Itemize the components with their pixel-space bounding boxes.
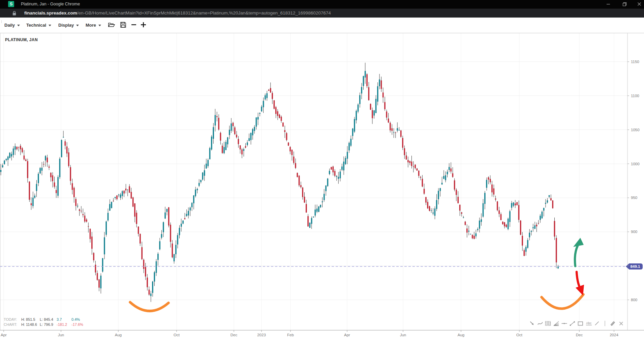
trend-line-icon[interactable] (569, 320, 576, 327)
save-chart-icon[interactable] (120, 22, 127, 29)
lock-icon (12, 11, 17, 17)
diagonal-line-icon[interactable] (593, 320, 600, 327)
svg-text:Aug: Aug (458, 333, 464, 337)
pointer-arrow-icon[interactable] (529, 320, 535, 327)
menu-display[interactable]: Display (58, 18, 79, 33)
svg-text:1050: 1050 (631, 128, 640, 132)
svg-text:Dec: Dec (231, 333, 238, 337)
svg-text:Jun: Jun (400, 333, 406, 337)
svg-text:Aug: Aug (115, 333, 122, 337)
menu-more[interactable]: More (86, 18, 101, 33)
price-legend: TODAY:H: 851.5L: 845.43.70.4% CHART:H: 1… (4, 317, 86, 327)
svg-text:950: 950 (631, 196, 637, 200)
drawing-toolbar: Abc (529, 320, 624, 327)
minimize-button-icon[interactable] (603, 0, 614, 8)
delete-icon[interactable] (618, 320, 624, 327)
svg-text:1000: 1000 (631, 162, 640, 166)
svg-text:849.1: 849.1 (631, 264, 640, 268)
url-path: /en-GB/Home/LiveChartMain?id=XFinSprMchM… (77, 10, 331, 16)
axis-labels: AprJunAugOctDec2023FebAprJunAugOctDec202… (1, 60, 640, 337)
orange-swoosh-left[interactable] (130, 302, 168, 311)
svg-text:2024: 2024 (610, 333, 618, 337)
legend-row-chart: CHART:H: 1148.6L: 796.9-181.2-17.6% (4, 322, 86, 327)
svg-text:Feb: Feb (287, 333, 294, 337)
svg-text:Apr: Apr (1, 333, 7, 337)
grid-icon[interactable] (545, 320, 551, 327)
restore-button-icon[interactable] (619, 0, 630, 8)
svg-text:Abc: Abc (586, 321, 592, 325)
red-down-arrow[interactable] (576, 272, 584, 295)
svg-text:Oct: Oct (516, 333, 523, 337)
zoom-in-icon[interactable] (141, 22, 148, 29)
svg-text:1150: 1150 (631, 60, 639, 64)
close-button-icon[interactable] (634, 0, 644, 8)
svg-text:Jun: Jun (58, 333, 64, 337)
rectangle-icon[interactable] (577, 320, 584, 327)
chevron-down-icon (76, 25, 79, 26)
window-title: Platinum, Jan - Google Chrome (21, 0, 80, 8)
address-bar[interactable]: financials.spreadex.com/en-GB/Home/LiveC… (0, 8, 644, 18)
instrument-title: PLATINUM, JAN (5, 37, 38, 42)
panel-grip[interactable]: ⋮ (0, 20, 3, 23)
chevron-down-icon (17, 25, 20, 26)
chart-toolbar: ⋮ Daily Technical Display More (0, 18, 644, 33)
candlestick-series (0, 63, 559, 302)
chevron-down-icon (98, 25, 101, 26)
chevron-down-icon (49, 25, 51, 26)
price-chart[interactable]: 849.1AprJunAugOctDec2023FebAprJunAugOctD… (0, 0, 644, 341)
legend-row-today: TODAY:H: 851.5L: 845.43.70.4% (4, 317, 86, 322)
green-up-arrow[interactable] (573, 238, 584, 266)
gridlines (0, 33, 627, 330)
freehand-curve-icon[interactable] (537, 320, 543, 327)
last-price-line: 849.1 (0, 263, 643, 269)
zoom-out-icon[interactable] (131, 22, 139, 29)
window-titlebar: S Platinum, Jan - Google Chrome (0, 0, 644, 8)
marker-icon[interactable] (610, 320, 616, 327)
svg-text:Apr: Apr (344, 333, 350, 337)
fan-lines-icon[interactable] (553, 320, 559, 327)
svg-text:1100: 1100 (631, 94, 639, 98)
menu-technical[interactable]: Technical (26, 18, 51, 33)
svg-text:2023: 2023 (257, 333, 266, 337)
text-tool-icon[interactable]: Abc (585, 320, 592, 327)
svg-text:900: 900 (631, 230, 637, 234)
svg-text:Dec: Dec (576, 333, 583, 337)
separator-icon (602, 320, 608, 327)
horizontal-line-icon[interactable] (561, 320, 568, 327)
axes (0, 33, 644, 330)
spreadex-favicon-icon: S (8, 1, 14, 7)
menu-timeframe[interactable]: Daily (4, 18, 20, 33)
url-domain: financials.spreadex.com (24, 10, 77, 16)
orange-swoosh-right[interactable] (542, 294, 583, 309)
svg-text:800: 800 (631, 298, 637, 302)
svg-text:Oct: Oct (174, 333, 180, 337)
open-chart-icon[interactable] (108, 22, 115, 29)
